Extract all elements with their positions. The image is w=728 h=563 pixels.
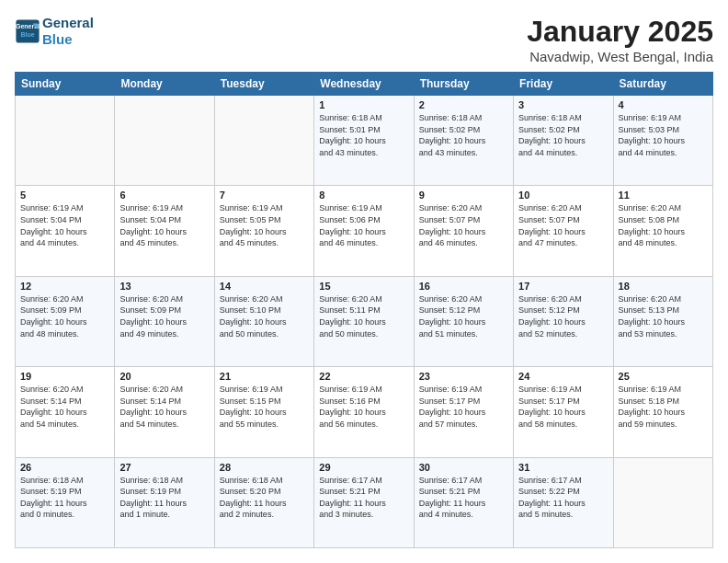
calendar-cell: 31Sunrise: 6:17 AM Sunset: 5:22 PM Dayli… bbox=[514, 457, 613, 547]
calendar-cell: 17Sunrise: 6:20 AM Sunset: 5:12 PM Dayli… bbox=[514, 276, 613, 366]
calendar-page: General Blue General Blue January 2025 N… bbox=[0, 0, 728, 563]
day-number: 4 bbox=[619, 99, 708, 110]
week-row-5: 26Sunrise: 6:18 AM Sunset: 5:19 PM Dayli… bbox=[16, 457, 713, 547]
day-info: Sunrise: 6:19 AM Sunset: 5:05 PM Dayligh… bbox=[220, 202, 309, 248]
day-number: 7 bbox=[220, 190, 309, 201]
calendar-cell: 23Sunrise: 6:19 AM Sunset: 5:17 PM Dayli… bbox=[414, 367, 513, 457]
day-number: 9 bbox=[419, 190, 508, 201]
calendar-cell bbox=[214, 96, 313, 186]
day-number: 15 bbox=[319, 281, 408, 292]
header-row: Sunday Monday Tuesday Wednesday Thursday… bbox=[16, 73, 713, 96]
day-number: 30 bbox=[419, 462, 508, 473]
calendar-title: January 2025 bbox=[527, 15, 713, 49]
header-friday: Friday bbox=[514, 73, 613, 96]
calendar-cell: 27Sunrise: 6:18 AM Sunset: 5:19 PM Dayli… bbox=[115, 457, 214, 547]
day-info: Sunrise: 6:18 AM Sunset: 5:19 PM Dayligh… bbox=[119, 475, 209, 521]
header-thursday: Thursday bbox=[414, 73, 513, 96]
day-number: 6 bbox=[119, 190, 209, 201]
day-number: 22 bbox=[319, 371, 408, 382]
calendar-cell: 19Sunrise: 6:20 AM Sunset: 5:14 PM Dayli… bbox=[16, 367, 115, 457]
calendar-cell: 3Sunrise: 6:18 AM Sunset: 5:02 PM Daylig… bbox=[514, 96, 613, 186]
header-monday: Monday bbox=[115, 73, 214, 96]
title-block: January 2025 Navadwip, West Bengal, Indi… bbox=[527, 15, 713, 64]
calendar-table: Sunday Monday Tuesday Wednesday Thursday… bbox=[15, 72, 713, 548]
day-number: 23 bbox=[419, 371, 508, 382]
calendar-cell: 21Sunrise: 6:19 AM Sunset: 5:15 PM Dayli… bbox=[214, 367, 313, 457]
header-wednesday: Wednesday bbox=[314, 73, 414, 96]
calendar-cell: 28Sunrise: 6:18 AM Sunset: 5:20 PM Dayli… bbox=[214, 457, 313, 547]
day-info: Sunrise: 6:19 AM Sunset: 5:17 PM Dayligh… bbox=[518, 384, 608, 430]
day-number: 25 bbox=[619, 371, 708, 382]
calendar-cell: 24Sunrise: 6:19 AM Sunset: 5:17 PM Dayli… bbox=[514, 367, 613, 457]
day-info: Sunrise: 6:18 AM Sunset: 5:01 PM Dayligh… bbox=[319, 112, 408, 158]
logo-icon: General Blue bbox=[15, 18, 40, 44]
calendar-cell: 18Sunrise: 6:20 AM Sunset: 5:13 PM Dayli… bbox=[613, 276, 712, 366]
calendar-cell: 12Sunrise: 6:20 AM Sunset: 5:09 PM Dayli… bbox=[16, 276, 115, 366]
week-row-1: 1Sunrise: 6:18 AM Sunset: 5:01 PM Daylig… bbox=[16, 96, 713, 186]
day-info: Sunrise: 6:19 AM Sunset: 5:03 PM Dayligh… bbox=[619, 112, 708, 158]
calendar-cell: 5Sunrise: 6:19 AM Sunset: 5:04 PM Daylig… bbox=[16, 186, 115, 276]
day-number: 18 bbox=[619, 281, 708, 292]
day-number: 12 bbox=[20, 281, 109, 292]
day-info: Sunrise: 6:20 AM Sunset: 5:07 PM Dayligh… bbox=[518, 202, 608, 248]
day-info: Sunrise: 6:20 AM Sunset: 5:14 PM Dayligh… bbox=[119, 384, 209, 430]
day-number: 24 bbox=[518, 371, 608, 382]
day-number: 11 bbox=[619, 190, 708, 201]
header-saturday: Saturday bbox=[613, 73, 712, 96]
day-number: 19 bbox=[20, 371, 109, 382]
header-tuesday: Tuesday bbox=[214, 73, 313, 96]
day-info: Sunrise: 6:18 AM Sunset: 5:02 PM Dayligh… bbox=[518, 112, 608, 158]
calendar-cell: 20Sunrise: 6:20 AM Sunset: 5:14 PM Dayli… bbox=[115, 367, 214, 457]
calendar-cell: 4Sunrise: 6:19 AM Sunset: 5:03 PM Daylig… bbox=[613, 96, 712, 186]
calendar-cell: 8Sunrise: 6:19 AM Sunset: 5:06 PM Daylig… bbox=[314, 186, 414, 276]
day-info: Sunrise: 6:20 AM Sunset: 5:08 PM Dayligh… bbox=[619, 202, 708, 248]
day-info: Sunrise: 6:20 AM Sunset: 5:09 PM Dayligh… bbox=[119, 293, 209, 339]
calendar-cell: 13Sunrise: 6:20 AM Sunset: 5:09 PM Dayli… bbox=[115, 276, 214, 366]
calendar-cell: 14Sunrise: 6:20 AM Sunset: 5:10 PM Dayli… bbox=[214, 276, 313, 366]
day-number: 31 bbox=[518, 462, 608, 473]
day-info: Sunrise: 6:19 AM Sunset: 5:06 PM Dayligh… bbox=[319, 202, 408, 248]
day-number: 3 bbox=[518, 99, 608, 110]
calendar-cell: 29Sunrise: 6:17 AM Sunset: 5:21 PM Dayli… bbox=[314, 457, 414, 547]
day-number: 20 bbox=[119, 371, 209, 382]
day-info: Sunrise: 6:17 AM Sunset: 5:21 PM Dayligh… bbox=[419, 475, 508, 521]
calendar-cell: 26Sunrise: 6:18 AM Sunset: 5:19 PM Dayli… bbox=[16, 457, 115, 547]
week-row-2: 5Sunrise: 6:19 AM Sunset: 5:04 PM Daylig… bbox=[16, 186, 713, 276]
day-number: 10 bbox=[518, 190, 608, 201]
calendar-cell: 25Sunrise: 6:19 AM Sunset: 5:18 PM Dayli… bbox=[613, 367, 712, 457]
day-info: Sunrise: 6:20 AM Sunset: 5:09 PM Dayligh… bbox=[20, 293, 109, 339]
day-number: 14 bbox=[220, 281, 309, 292]
day-number: 27 bbox=[119, 462, 209, 473]
day-number: 29 bbox=[319, 462, 408, 473]
day-info: Sunrise: 6:19 AM Sunset: 5:04 PM Dayligh… bbox=[119, 202, 209, 248]
calendar-cell bbox=[115, 96, 214, 186]
day-info: Sunrise: 6:19 AM Sunset: 5:16 PM Dayligh… bbox=[319, 384, 408, 430]
calendar-cell: 22Sunrise: 6:19 AM Sunset: 5:16 PM Dayli… bbox=[314, 367, 414, 457]
day-number: 16 bbox=[419, 281, 508, 292]
calendar-subtitle: Navadwip, West Bengal, India bbox=[527, 49, 713, 64]
calendar-cell: 11Sunrise: 6:20 AM Sunset: 5:08 PM Dayli… bbox=[613, 186, 712, 276]
calendar-cell: 2Sunrise: 6:18 AM Sunset: 5:02 PM Daylig… bbox=[414, 96, 513, 186]
day-info: Sunrise: 6:20 AM Sunset: 5:10 PM Dayligh… bbox=[220, 293, 309, 339]
day-info: Sunrise: 6:18 AM Sunset: 5:20 PM Dayligh… bbox=[220, 475, 309, 521]
day-info: Sunrise: 6:20 AM Sunset: 5:13 PM Dayligh… bbox=[619, 293, 708, 339]
day-number: 28 bbox=[220, 462, 309, 473]
svg-text:Blue: Blue bbox=[20, 31, 34, 38]
day-info: Sunrise: 6:18 AM Sunset: 5:19 PM Dayligh… bbox=[20, 475, 109, 521]
header-sunday: Sunday bbox=[16, 73, 115, 96]
day-info: Sunrise: 6:17 AM Sunset: 5:22 PM Dayligh… bbox=[518, 475, 608, 521]
logo-text: General Blue bbox=[42, 15, 94, 48]
calendar-cell bbox=[16, 96, 115, 186]
day-number: 26 bbox=[20, 462, 109, 473]
day-number: 8 bbox=[319, 190, 408, 201]
day-number: 17 bbox=[518, 281, 608, 292]
day-number: 5 bbox=[20, 190, 109, 201]
calendar-cell: 16Sunrise: 6:20 AM Sunset: 5:12 PM Dayli… bbox=[414, 276, 513, 366]
day-info: Sunrise: 6:19 AM Sunset: 5:17 PM Dayligh… bbox=[419, 384, 508, 430]
day-info: Sunrise: 6:19 AM Sunset: 5:15 PM Dayligh… bbox=[220, 384, 309, 430]
day-info: Sunrise: 6:20 AM Sunset: 5:11 PM Dayligh… bbox=[319, 293, 408, 339]
calendar-cell: 15Sunrise: 6:20 AM Sunset: 5:11 PM Dayli… bbox=[314, 276, 414, 366]
calendar-cell: 30Sunrise: 6:17 AM Sunset: 5:21 PM Dayli… bbox=[414, 457, 513, 547]
week-row-4: 19Sunrise: 6:20 AM Sunset: 5:14 PM Dayli… bbox=[16, 367, 713, 457]
day-info: Sunrise: 6:20 AM Sunset: 5:12 PM Dayligh… bbox=[518, 293, 608, 339]
